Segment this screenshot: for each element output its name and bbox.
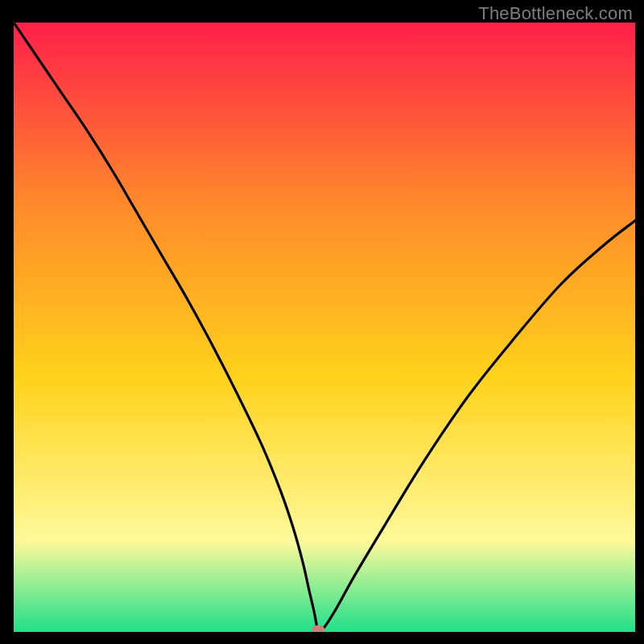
watermark-text: TheBottleneck.com: [478, 3, 633, 24]
bottleneck-chart-svg: [14, 23, 635, 632]
chart-frame: TheBottleneck.com: [0, 0, 644, 644]
plot-area: [14, 23, 635, 632]
gradient-background: [14, 23, 635, 632]
